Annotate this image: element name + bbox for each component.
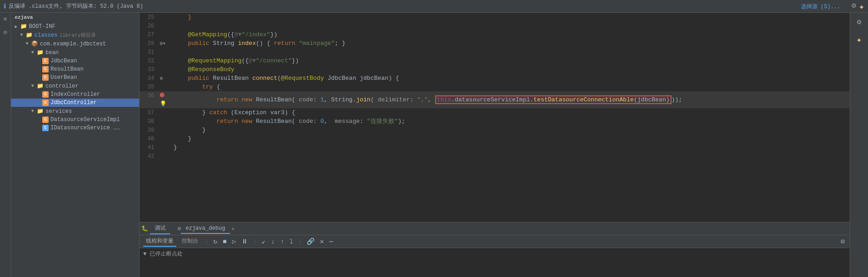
debug-toolbar: 线程和变量 控制台 | ↻ ■ ▷ ⏸ | ↙ ↓ ↑ ⤵ | 🔗 ✕ ⋯ ⊡ [140,235,850,248]
line-gutter [158,30,172,39]
line-gutter [158,117,172,126]
bean-folder-label: bean [45,50,59,56]
sidebar-item-indexcontroller[interactable]: C IndexController [11,90,139,99]
datasource-impl-class-icon: C [42,116,49,123]
toolbar-clear-btn[interactable]: ✕ [319,237,325,246]
line-number: 36 [140,91,158,108]
toolbar-run-cursor-btn[interactable]: ⤵ [288,237,294,246]
tab-ezjava-debug[interactable]: ⚙ ezjava_debug ✕ [178,224,235,234]
right-icon-plugin[interactable]: ✦ [852,32,867,47]
line-code: public String index() { return "mainpage… [172,39,850,48]
line-code: } [172,13,850,22]
tab-close-button[interactable]: ✕ [232,226,235,232]
bulb-icon: 💡 [160,101,167,107]
table-row: 40 } [140,134,850,143]
line-gutter: ⚙▾ [158,39,172,48]
boot-inf-arrow: ▶ [15,24,20,29]
line-number: 35 [140,83,158,91]
select-source-button[interactable]: 选择源 (S)... [801,2,840,10]
toolbar-step-into-btn[interactable]: ↓ [269,237,276,246]
bottom-panel: 🐛 调试 ⚙ ezjava_debug ✕ 线程和变量 控制台 | ↻ ■ ▷ … [140,222,850,277]
line-number: 40 [140,134,158,143]
line-gutter [158,13,172,22]
line-code [172,48,850,56]
sidebar-item-idatasourceservice[interactable]: C IDatasourceService …… [11,124,139,132]
line-number: 34 [140,74,158,83]
package-folder-icon: 📦 [31,40,38,47]
toolbar-evaluate-btn[interactable]: 🔗 [305,237,316,246]
line-number: 37 [140,108,158,117]
bean-folder-icon: 📁 [37,49,44,56]
services-arrow: ▼ [31,109,37,114]
indexcontroller-label: IndexController [50,91,100,98]
toolbar-sep-3: | [298,238,302,245]
toolbar-sep-2: | [253,238,257,245]
line-code: } [172,143,850,152]
line-number: 38 [140,117,158,126]
bean-folder-row[interactable]: ▼ 📁 bean [11,48,139,57]
line-code [172,22,850,30]
boot-inf-row[interactable]: ▶ 📁 BOOT-INF [11,22,139,31]
classes-sub: library根目录 [59,32,95,39]
line-gutter [158,108,172,117]
toolbar-pause-btn[interactable]: ⏸ [240,237,249,246]
services-folder-row[interactable]: ▼ 📁 services [11,107,139,116]
tab-debug[interactable]: 调试 [150,223,170,234]
line-gutter: ⚙ [158,74,172,83]
right-icon-settings[interactable]: ⚙ [852,15,867,29]
plugin-icon[interactable]: ✦ [859,0,864,12]
controller-folder-label: controller [45,83,78,89]
debug-content: ▼ 已停止断点处 [140,248,850,277]
table-row: 26 [140,22,850,30]
toolbar-threads-vars[interactable]: 线程和变量 [143,236,176,247]
userbean-label: UserBean [50,74,77,81]
toolbar-console[interactable]: 控制台 [179,236,201,247]
file-tree-sidebar: ezjava ▶ 📁 BOOT-INF ▼ 📁 classes library根… [11,13,140,277]
line-gutter [158,65,172,74]
toolbar-step-out-btn[interactable]: ↑ [279,237,286,246]
table-row: 27 @GetMapping({@▼"/index"}) [140,30,850,39]
classes-row[interactable]: ▼ 📁 classes library根目录 [11,31,139,39]
table-row: 33 @ResponseBody [140,65,850,74]
editor-area: 25 } 26 27 @GetMapping( [140,13,850,277]
left-icon-1[interactable]: ≡ [1,15,10,24]
sidebar-item-datasourceserviceimpl[interactable]: C DatasourceServiceImpl [11,116,139,124]
code-view[interactable]: 25 } 26 27 @GetMapping( [140,13,850,222]
code-table: 25 } 26 27 @GetMapping( [140,13,850,161]
package-label: com.example.jdbctest [40,41,106,47]
userbean-class-icon: C [42,74,49,81]
package-row[interactable]: ▼ 📦 com.example.jdbctest [11,39,139,48]
idatasource-label: IDatasourceService …… [50,125,120,131]
breakpoint-dot [160,93,164,97]
line-gutter [158,56,172,65]
highlight-expression: this.datasourceServiceImpl.testDatasourc… [435,95,672,104]
classes-arrow: ▼ [20,33,26,38]
line-code: } catch (Exception var3) { [172,108,850,117]
sidebar-title-text: ezjava [15,15,33,20]
toolbar-more-btn[interactable]: ⋯ [328,237,334,246]
line-number: 26 [140,22,158,30]
table-row: 38 return new ResultBean( code: 0, messa… [140,117,850,126]
toolbar-step-over-btn[interactable]: ↙ [260,237,267,246]
line-number: 39 [140,126,158,134]
line-number: 33 [140,65,158,74]
sidebar-item-jdbccontroller[interactable]: C JdbcController [11,99,139,107]
decompile-info: 反编译 .class文件, 字节码版本: 52.0 (Java 8) [9,2,143,10]
table-row: 34 ⚙ public ResultBean connect(@RequestB… [140,74,850,83]
indexcontroller-class-icon: C [42,91,49,98]
controller-folder-row[interactable]: ▼ 📁 controller [11,82,139,90]
toolbar-layout-btn[interactable]: ⊡ [840,237,846,246]
sidebar-item-jdbcbean[interactable]: C JdbcBean [11,57,139,65]
sidebar-item-userbean[interactable]: C UserBean [11,73,139,82]
sidebar-item-resultbean[interactable]: C ResultBean [11,65,139,73]
tab-label: ezjava_debug [181,224,230,234]
toolbar-restart-btn[interactable]: ↻ [212,237,218,246]
line-gutter [158,22,172,30]
line-number: 27 [140,30,158,39]
toolbar-stop-btn[interactable]: ■ [221,237,228,246]
settings-icon[interactable]: ⚙ [851,0,856,12]
toolbar-resume-btn[interactable]: ▷ [231,237,237,246]
left-icon-2[interactable]: ◎ [1,28,10,37]
line-number: 25 [140,13,158,22]
line-code: @RequestMapping({@▼"/connect"}) [172,56,850,65]
